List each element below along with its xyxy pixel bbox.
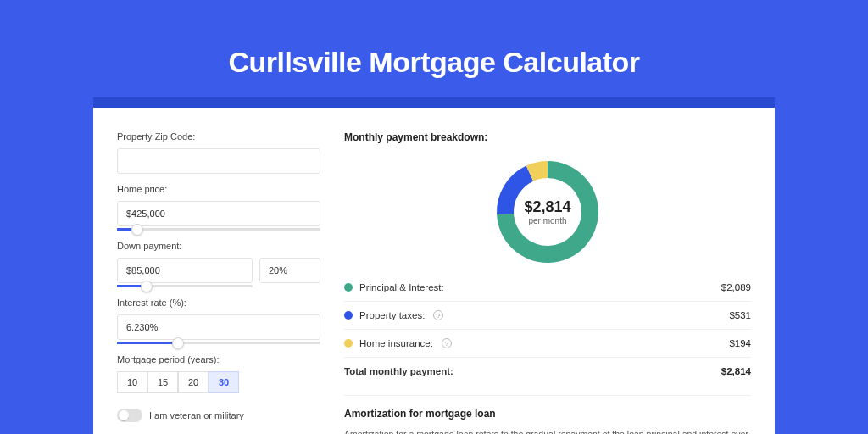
period-button-20[interactable]: 20 (178, 371, 209, 393)
legend-total-label: Total monthly payment: (344, 366, 453, 376)
zip-input[interactable] (117, 148, 320, 174)
legend-label: Property taxes: (359, 310, 425, 320)
legend-row: Home insurance:?$194 (344, 329, 751, 357)
home-price-slider-thumb[interactable] (131, 224, 143, 236)
down-payment-input[interactable] (117, 258, 253, 283)
donut-chart-wrap: $2,814 per month (344, 152, 751, 279)
interest-rate-slider[interactable] (117, 342, 320, 344)
home-price-input[interactable] (117, 201, 320, 226)
legend: Principal & Interest:$2,089Property taxe… (344, 279, 751, 357)
mortgage-period-field-group: Mortgage period (years): 10152030 (117, 354, 320, 393)
donut-amount: $2,814 (524, 198, 570, 216)
down-payment-slider-thumb[interactable] (141, 281, 153, 292)
interest-rate-field-group: Interest rate (%): (117, 298, 320, 344)
info-icon[interactable]: ? (442, 338, 452, 348)
veteran-toggle[interactable] (117, 409, 142, 422)
info-icon[interactable]: ? (433, 310, 443, 320)
home-price-field-group: Home price: (117, 184, 320, 231)
legend-dot-icon (344, 339, 353, 348)
interest-rate-slider-fill (117, 342, 178, 344)
down-payment-field-group: Down payment: (117, 241, 320, 287)
home-price-label: Home price: (117, 184, 320, 194)
legend-label: Home insurance: (359, 338, 433, 348)
legend-label: Principal & Interest: (359, 282, 444, 292)
interest-rate-slider-thumb[interactable] (172, 337, 184, 349)
legend-value: $531 (729, 310, 751, 320)
down-payment-percent-input[interactable] (259, 258, 320, 283)
legend-total-row: Total monthly payment: $2,814 (344, 357, 751, 385)
legend-value: $2,089 (721, 282, 751, 292)
breakdown-title: Monthly payment breakdown: (344, 131, 751, 143)
veteran-toggle-row: I am veteran or military (117, 409, 320, 422)
legend-value: $194 (729, 338, 751, 348)
amortization-title: Amortization for mortgage loan (344, 395, 751, 420)
donut-chart: $2,814 per month (492, 157, 603, 267)
donut-sublabel: per month (528, 216, 566, 225)
amortization-text: Amortization for a mortgage loan refers … (344, 428, 751, 434)
breakdown-column: Monthly payment breakdown: $2,814 per mo… (344, 131, 751, 434)
interest-rate-input[interactable] (117, 314, 320, 340)
period-button-30[interactable]: 30 (209, 371, 239, 393)
down-payment-slider[interactable] (117, 285, 253, 287)
calculator-panel: Property Zip Code: Home price: Down paym… (93, 108, 775, 434)
legend-dot-icon (344, 283, 353, 292)
mortgage-period-label: Mortgage period (years): (117, 354, 320, 364)
home-price-slider[interactable] (117, 228, 320, 231)
veteran-label: I am veteran or military (149, 410, 244, 420)
legend-dot-icon (344, 311, 353, 320)
legend-row: Principal & Interest:$2,089 (344, 279, 751, 301)
donut-center: $2,814 per month (492, 157, 603, 267)
mortgage-period-buttons: 10152030 (117, 371, 320, 393)
period-button-10[interactable]: 10 (117, 371, 147, 393)
legend-total-value: $2,814 (721, 366, 751, 376)
panel-frame: Property Zip Code: Home price: Down paym… (93, 97, 775, 434)
period-button-15[interactable]: 15 (147, 371, 178, 393)
zip-field-group: Property Zip Code: (117, 131, 320, 174)
interest-rate-label: Interest rate (%): (117, 298, 320, 308)
zip-label: Property Zip Code: (117, 131, 320, 142)
inputs-column: Property Zip Code: Home price: Down paym… (117, 131, 320, 434)
legend-row: Property taxes:?$531 (344, 301, 751, 329)
page-title: Curllsville Mortgage Calculator (0, 0, 868, 79)
down-payment-label: Down payment: (117, 241, 320, 251)
